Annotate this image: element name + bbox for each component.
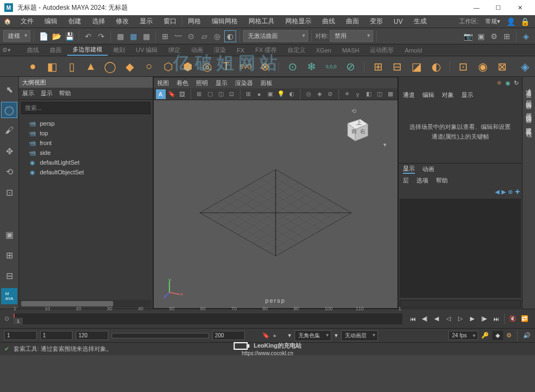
- menu-generate[interactable]: 生成: [408, 16, 432, 27]
- range-start-field[interactable]: [4, 331, 37, 340]
- vp-xray-joints-icon[interactable]: ⊘: [325, 89, 335, 99]
- home-icon[interactable]: 🏠: [2, 16, 13, 27]
- pb-play-back-icon[interactable]: ◁: [442, 313, 454, 325]
- cb-icon3[interactable]: ↻: [514, 80, 519, 87]
- center-pivot-icon[interactable]: ⊙: [284, 58, 301, 75]
- poly-sphere-icon[interactable]: ●: [25, 58, 41, 75]
- menu-meshdisplay[interactable]: 网格显示: [280, 16, 317, 27]
- redo-icon[interactable]: ↷: [95, 30, 107, 42]
- timeline-ruler[interactable]: 1 10 20 30 40 50 60 70 80 90 100 110 1 1: [14, 313, 402, 324]
- snap-grid-icon[interactable]: ⊞: [159, 30, 171, 42]
- outliner-item-top[interactable]: 📹top: [22, 128, 149, 138]
- vp-xray-icon[interactable]: ◈: [315, 89, 324, 99]
- separate-icon[interactable]: ⊟: [389, 58, 406, 75]
- select-misc-icon[interactable]: ▦: [140, 30, 152, 42]
- outliner-item-objectset[interactable]: ◉defaultObjectSet: [22, 167, 149, 177]
- lock-icon[interactable]: 🔒: [519, 16, 531, 28]
- layer-menu-help[interactable]: 帮助: [436, 177, 448, 185]
- minimize-button[interactable]: —: [466, 0, 487, 15]
- layer-up-icon[interactable]: ◀: [495, 188, 499, 195]
- render-settings-icon[interactable]: ⚙: [488, 30, 500, 42]
- shelf-tab-uvedit[interactable]: UV 编辑: [131, 45, 163, 55]
- pb-goto-start-icon[interactable]: ⏮: [407, 313, 419, 325]
- reset-transforms-icon[interactable]: 0,0,0: [323, 58, 340, 75]
- shelf-tab-rendering[interactable]: 渲染: [208, 45, 231, 55]
- menu-editmesh[interactable]: 编辑网格: [206, 16, 243, 27]
- vp-image-plane-icon[interactable]: 🖼: [178, 89, 187, 99]
- vp-aov-icon[interactable]: ▦: [386, 89, 395, 99]
- cb-menu-show[interactable]: 显示: [461, 91, 473, 99]
- select-tool-icon[interactable]: ⬉: [1, 81, 17, 97]
- menu-surfaces[interactable]: 曲面: [341, 16, 364, 27]
- save-scene-icon[interactable]: 💾: [63, 30, 75, 42]
- vp-bookmark-icon[interactable]: 🔖: [167, 89, 177, 99]
- vp-shaded-icon[interactable]: ●: [255, 89, 264, 99]
- menu-display[interactable]: 显示: [134, 16, 158, 27]
- snap-live-icon[interactable]: ◐: [224, 30, 236, 42]
- layer-menu-layers[interactable]: 层: [403, 177, 409, 185]
- layer-menu-options[interactable]: 选项: [416, 177, 428, 185]
- menu-edit[interactable]: 编辑: [39, 16, 63, 27]
- auto-key-icon[interactable]: 🔑: [481, 332, 489, 339]
- cb-menu-edit[interactable]: 编辑: [422, 91, 434, 99]
- poly-cube-icon[interactable]: ◧: [44, 58, 60, 75]
- pb-audio-icon[interactable]: 🔇: [507, 313, 519, 325]
- layout-four-icon[interactable]: ⊞: [1, 247, 17, 263]
- shelf-hide-icon[interactable]: ◈: [517, 58, 533, 75]
- smooth-icon[interactable]: ◉: [475, 58, 491, 75]
- vp-menu-show[interactable]: 显示: [216, 79, 227, 87]
- poly-torus-icon[interactable]: ◯: [102, 58, 119, 75]
- menu-meshtools[interactable]: 网格工具: [243, 16, 280, 27]
- select-comp-icon[interactable]: ▦: [127, 30, 139, 42]
- pb-step-back-icon[interactable]: ◀: [430, 313, 442, 325]
- scale-tool-icon[interactable]: ⊡: [1, 184, 17, 200]
- poly-plane-icon[interactable]: ◆: [121, 58, 138, 75]
- poly-type-icon[interactable]: T: [218, 58, 234, 75]
- char-set-icon[interactable]: ▾: [288, 332, 291, 339]
- symmetry-combo[interactable]: 禁用: [330, 30, 373, 42]
- boolean-icon[interactable]: ◐: [428, 58, 444, 75]
- shelf-tab-surfaces[interactable]: 曲面: [44, 45, 67, 55]
- layer-tab-anim[interactable]: 动画: [422, 165, 434, 173]
- fps-combo[interactable]: 24 fps: [448, 331, 478, 340]
- bookmark-add-icon[interactable]: +: [273, 332, 276, 339]
- shelf-tab-curves[interactable]: 曲线: [22, 45, 44, 55]
- vtab-attribute-editor[interactable]: 属性编辑器: [524, 105, 534, 117]
- shelf-tab-animation[interactable]: 动画: [186, 45, 208, 55]
- menu-mesh[interactable]: 网格: [182, 16, 206, 27]
- viewcube[interactable]: 前 右 上: [340, 113, 370, 143]
- maya-logo-icon[interactable]: MAYA: [1, 288, 17, 304]
- poly-superellipse-icon[interactable]: ⬢: [180, 58, 196, 75]
- new-scene-icon[interactable]: 📄: [37, 30, 49, 42]
- vp-textured-icon[interactable]: ▣: [265, 89, 275, 99]
- mirror-icon[interactable]: ⊡: [455, 58, 472, 75]
- poly-cylinder-icon[interactable]: ▯: [63, 58, 80, 75]
- outliner-search-input[interactable]: 搜索...: [21, 102, 150, 114]
- range-end-field[interactable]: [212, 331, 245, 340]
- undo-icon[interactable]: ↶: [82, 30, 94, 42]
- render-icon[interactable]: 📷: [462, 30, 474, 42]
- move-tool-icon[interactable]: ✥: [1, 143, 17, 159]
- pb-play-icon[interactable]: ▷: [454, 313, 466, 325]
- vp-film-gate-icon[interactable]: ▢: [205, 89, 215, 99]
- outliner-item-persp[interactable]: 📹persp: [22, 119, 149, 128]
- set-key-icon[interactable]: ◆: [492, 331, 503, 340]
- active-surface-combo[interactable]: 无激活曲面: [243, 30, 308, 42]
- range-vis-end-field[interactable]: [76, 331, 108, 340]
- delete-history-icon[interactable]: ⊘: [342, 58, 358, 75]
- menu-curves[interactable]: 曲线: [317, 16, 341, 27]
- layer-list[interactable]: [400, 199, 521, 298]
- vtab-modeling-toolkit[interactable]: 建模工具包: [524, 119, 534, 131]
- vp-isolate-icon[interactable]: ◎: [304, 89, 314, 99]
- vp-view-transform-icon[interactable]: ◧: [364, 89, 374, 99]
- vp-menu-view[interactable]: 视图: [157, 79, 169, 87]
- cb-menu-channels[interactable]: 通道: [403, 91, 415, 99]
- range-slider[interactable]: [112, 333, 209, 338]
- lasso-tool-icon[interactable]: ◯: [1, 102, 17, 118]
- vp-select-camera-icon[interactable]: A: [156, 89, 166, 99]
- volume-icon[interactable]: 🔊: [523, 332, 531, 339]
- vtab-channel-box[interactable]: 通道盒/层编辑器: [524, 81, 534, 103]
- shelf-tab-motion[interactable]: 运动图形: [364, 45, 399, 55]
- shelf-tab-arnold[interactable]: Arnold: [399, 46, 427, 55]
- menu-uv[interactable]: UV: [388, 17, 408, 27]
